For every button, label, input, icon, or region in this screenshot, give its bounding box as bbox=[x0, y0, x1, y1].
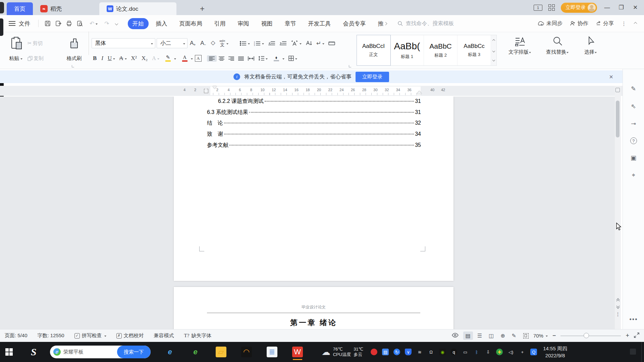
apps-grid-icon[interactable] bbox=[548, 4, 555, 11]
paste-label-button[interactable]: 粘贴 bbox=[6, 54, 25, 63]
search-go-button[interactable]: 搜索一下 bbox=[117, 346, 151, 358]
right-panel-tool[interactable]: ⊸ bbox=[631, 120, 636, 127]
fit-page-icon[interactable] bbox=[523, 333, 529, 339]
font-name-select[interactable]: 黑体 bbox=[92, 38, 155, 48]
tray-icon[interactable]: + bbox=[519, 349, 526, 355]
quickbar-more-icon[interactable] bbox=[115, 22, 118, 25]
taskbar-clock[interactable]: 14:55 周四 2022/9/8 bbox=[543, 345, 567, 359]
select-tool-button[interactable]: 选择 bbox=[584, 36, 597, 55]
tray-icon[interactable]: ≋ bbox=[416, 349, 423, 355]
workspace-icon[interactable]: 1 bbox=[534, 5, 542, 11]
taskbar-app[interactable]: ◠ bbox=[241, 347, 252, 357]
borders-button[interactable] bbox=[286, 55, 299, 62]
right-panel-tool[interactable]: ✎ bbox=[631, 85, 636, 93]
style-gallery-scroll[interactable] bbox=[491, 35, 496, 65]
line-spacing-button[interactable] bbox=[256, 55, 270, 62]
undo-button[interactable]: ↶ bbox=[88, 19, 100, 28]
toc-entry[interactable]: 参考文献 35 bbox=[207, 142, 421, 153]
start-button[interactable] bbox=[5, 348, 13, 356]
font-color-button[interactable]: A bbox=[178, 54, 195, 63]
document-page-5[interactable]: 6.2.2 课题查询测试 31 6.3 系统测试结果 31 结 论 32 bbox=[174, 97, 453, 281]
collaborate-button[interactable]: 协作 bbox=[570, 20, 588, 27]
view-mode-button[interactable]: ◫ bbox=[486, 331, 496, 340]
view-mode-button[interactable]: ☰ bbox=[475, 331, 484, 340]
compat-mode-label[interactable]: 兼容模式 bbox=[154, 333, 174, 339]
zoom-in-button[interactable]: + bbox=[626, 332, 629, 339]
clipboard-dialog-launcher-icon[interactable] bbox=[72, 65, 74, 67]
notice-close-icon[interactable]: × bbox=[609, 73, 613, 81]
shading-button[interactable]: ⬧ bbox=[270, 54, 286, 63]
ribbon-tab[interactable]: 插入 bbox=[151, 18, 172, 29]
format-painter-button[interactable] bbox=[62, 39, 86, 48]
close-button[interactable]: ✕ bbox=[631, 4, 639, 11]
right-indent-marker[interactable] bbox=[417, 88, 422, 94]
ribbon-tab[interactable]: 引用 bbox=[210, 18, 230, 29]
fullscreen-icon[interactable] bbox=[634, 333, 639, 339]
tray-icon[interactable]: Ω bbox=[428, 349, 434, 355]
sync-status[interactable]: 未同步 bbox=[537, 20, 562, 27]
view-mode-button[interactable]: ▤ bbox=[463, 331, 473, 340]
ribbon-tab[interactable]: 视图 bbox=[257, 18, 277, 29]
tray-icon[interactable]: ◉ bbox=[439, 349, 446, 355]
file-menu[interactable]: 文件 bbox=[19, 20, 30, 27]
document-page-6[interactable]: 毕业设计论文 第一章 绪论 bbox=[174, 287, 453, 329]
notice-login-button[interactable]: 立即登录 bbox=[356, 72, 389, 82]
weather-widget[interactable]: ☁ 76℃ CPU温度 31℃ 多云 bbox=[322, 347, 364, 358]
right-panel-tool[interactable]: ▣ bbox=[631, 154, 636, 162]
tray-icon[interactable]: ⇩ bbox=[485, 349, 491, 355]
decrease-font-icon[interactable]: A− bbox=[198, 39, 208, 47]
align-left-button[interactable] bbox=[207, 55, 217, 62]
wrap-mark-button[interactable]: ↵ bbox=[314, 39, 326, 48]
tab-ruler-button[interactable] bbox=[326, 40, 337, 47]
justify-button[interactable] bbox=[236, 55, 246, 62]
bold-button[interactable]: B bbox=[91, 54, 99, 62]
tray-icon[interactable]: ᛒ bbox=[473, 349, 480, 355]
eye-protection-icon[interactable] bbox=[452, 333, 459, 339]
previous-page-button[interactable] bbox=[617, 300, 619, 302]
right-panel-tool[interactable]: ⌖ bbox=[632, 172, 635, 179]
next-page-button[interactable] bbox=[617, 306, 619, 308]
strikethrough-button[interactable]: A bbox=[117, 54, 128, 63]
taskbar-search-box[interactable]: e 荣耀平板 搜索一下 bbox=[50, 346, 151, 358]
pinyin-guide-button[interactable]: wén文 bbox=[217, 39, 230, 48]
document-canvas[interactable]: 6.2.2 课题查询测试 31 6.3 系统测试结果 31 结 论 32 bbox=[0, 97, 620, 329]
zoom-out-button[interactable]: − bbox=[552, 332, 556, 339]
italic-button[interactable]: I bbox=[99, 54, 106, 62]
tab-docer[interactable]: ❧ 稻壳 bbox=[33, 2, 69, 15]
show-desktop-button[interactable] bbox=[641, 342, 644, 362]
text-effects-button[interactable]: A bbox=[150, 54, 161, 62]
export-icon[interactable] bbox=[55, 20, 61, 26]
scrollbar-thumb[interactable] bbox=[616, 101, 620, 137]
style-preset[interactable]: AaBbC 标题 2 bbox=[424, 35, 458, 65]
print-icon[interactable] bbox=[66, 20, 72, 26]
taskbar-app[interactable]: W bbox=[292, 347, 303, 357]
ribbon-tab[interactable]: 开始 bbox=[128, 18, 149, 29]
zoom-slider[interactable] bbox=[560, 336, 621, 336]
bullet-list-button[interactable] bbox=[238, 40, 252, 47]
superscript-button[interactable]: X² bbox=[129, 54, 139, 62]
taskbar-app[interactable]: ≣ bbox=[267, 347, 277, 357]
tray-icon[interactable] bbox=[371, 349, 377, 355]
tab-home[interactable]: 首页 bbox=[7, 2, 33, 15]
view-mode-button[interactable]: ⊕ bbox=[498, 331, 507, 340]
page-indicator[interactable]: 页面: 5/40 bbox=[5, 333, 28, 339]
share-button[interactable]: 分享 bbox=[596, 20, 614, 27]
taskbar-app[interactable]: e bbox=[190, 347, 201, 357]
format-painter-label[interactable]: 格式刷 bbox=[62, 54, 86, 63]
view-mode-button[interactable]: ✎ bbox=[509, 331, 519, 340]
taskbar-app[interactable]: ▱ bbox=[216, 347, 226, 357]
align-right-button[interactable] bbox=[226, 55, 236, 62]
sogou-app-icon[interactable]: S bbox=[31, 346, 37, 358]
numbered-list-button[interactable]: 123 bbox=[252, 40, 266, 47]
right-panel-tool[interactable]: ? bbox=[630, 137, 637, 144]
find-replace-button[interactable]: 查找替换 bbox=[546, 36, 569, 55]
copy-button[interactable]: 复制 bbox=[25, 54, 62, 63]
paragraph-dialog-launcher-icon[interactable] bbox=[349, 65, 351, 67]
tray-icon[interactable]: Q bbox=[530, 349, 537, 355]
font-size-select[interactable]: 小二 bbox=[157, 38, 187, 48]
toc-entry[interactable]: 6.2.2 课题查询测试 31 bbox=[207, 98, 421, 109]
minimize-button[interactable]: — bbox=[603, 4, 611, 11]
first-line-indent-marker[interactable] bbox=[213, 86, 217, 91]
tray-icon[interactable]: ▭ bbox=[462, 349, 469, 355]
scrollbar-top-icon[interactable] bbox=[615, 88, 620, 92]
